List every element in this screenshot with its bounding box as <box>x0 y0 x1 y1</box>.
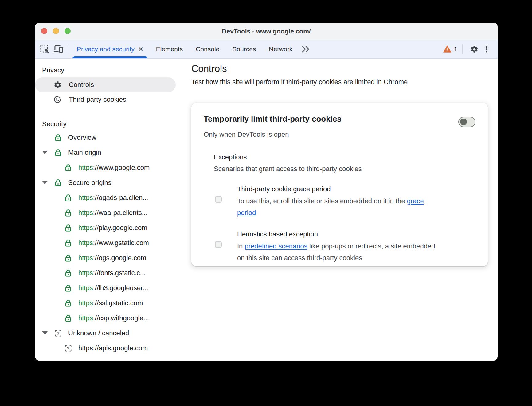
tree-item-https-lh3-googleuser[interactable]: https://lh3.googleuser... <box>35 280 179 295</box>
exception-item-heuristics-based-exception: Heuristics based exceptionIn predefined … <box>214 230 475 264</box>
expander-icon[interactable] <box>42 151 48 154</box>
tab-label: Elements <box>156 45 183 53</box>
page-title: Controls <box>191 63 498 75</box>
exceptions-title: Exceptions <box>214 153 475 162</box>
predefined-scenarios-link[interactable]: predefined scenarios <box>244 242 307 250</box>
traffic-lights <box>41 28 71 34</box>
device-toolbar-button[interactable] <box>52 42 65 56</box>
origin-text: ://ogads-pa.clien... <box>93 194 148 201</box>
exceptions-section: Exceptions Scenarios that grant access t… <box>214 153 475 264</box>
tree-item-label: https://play.google.com <box>78 224 147 232</box>
third-party-cookie-grace-period-checkbox[interactable] <box>215 196 222 203</box>
close-tab-icon[interactable]: × <box>138 46 143 52</box>
minimize-window-button[interactable] <box>53 28 59 34</box>
description-text: In <box>237 242 244 250</box>
tree-item-https-www-google-com[interactable]: https://www.google.com <box>35 160 179 175</box>
expander-icon[interactable] <box>42 331 48 335</box>
more-tabs-button[interactable] <box>299 42 312 56</box>
limit-cookies-toggle[interactable] <box>458 117 475 127</box>
tree-icon-slot <box>64 253 73 263</box>
tree-icon-slot <box>64 268 73 278</box>
lock-icon <box>64 268 73 278</box>
tree-item-label: https://ogs.google.com <box>78 254 146 262</box>
sidebar-item-controls[interactable]: Controls <box>35 77 176 92</box>
tree-item-label: https://www.google.com <box>78 164 150 172</box>
tree-item-https-play-google-com[interactable]: https://play.google.com <box>35 220 179 235</box>
limit-cookies-card: Temporarily limit third-party cookies On… <box>191 103 488 266</box>
origin-text: Unknown / canceled <box>68 329 129 337</box>
warning-icon: ! <box>443 45 451 53</box>
origin-text: Overview <box>68 134 96 141</box>
section-title-privacy: Privacy <box>35 66 179 75</box>
exception-item-third-party-cookie-grace-period: Third-party cookie grace periodTo use th… <box>214 185 475 219</box>
tree-item-unknown-canceled[interactable]: ?Unknown / canceled <box>35 326 179 341</box>
tree-item-overview[interactable]: Overview <box>35 130 179 145</box>
tree-item-https-ogads-pa-clien[interactable]: https://ogads-pa.clien... <box>35 190 179 205</box>
svg-text:!: ! <box>447 47 448 52</box>
nav-icon-slot <box>53 80 62 89</box>
devtools-window: DevTools - www.google.com/ Privacy and s… <box>35 23 498 361</box>
tab-label: Console <box>196 45 219 53</box>
origin-text: ://www.gstatic.com <box>93 239 149 247</box>
tree-item-https-waa-pa-clients[interactable]: https://waa-pa.clients... <box>35 205 179 220</box>
settings-button[interactable] <box>467 42 481 56</box>
tree-item-secure-origins[interactable]: Secure origins <box>35 175 179 190</box>
tree-item-https-csp-withgoogle[interactable]: https://csp.withgoogle... <box>35 310 179 326</box>
lock-icon <box>53 178 63 187</box>
gear-icon <box>470 45 479 53</box>
expander-icon[interactable] <box>42 181 48 184</box>
tab-sources[interactable]: Sources <box>226 40 262 58</box>
tree-item-main-origin[interactable]: Main origin <box>35 145 179 160</box>
kebab-icon <box>482 45 491 53</box>
tree-item-https-ogs-google-com[interactable]: https://ogs.google.com <box>35 250 179 265</box>
expander-slot <box>42 331 53 335</box>
tree-item-https-fonts-gstatic-c[interactable]: https://fonts.gstatic.c... <box>35 265 179 280</box>
exceptions-subtitle: Scenarios that grant access to third-par… <box>214 164 475 174</box>
lock-icon <box>53 148 63 157</box>
tab-elements[interactable]: Elements <box>150 40 190 58</box>
close-window-button[interactable] <box>41 28 47 34</box>
inspect-icon <box>40 44 50 54</box>
tree-item-https-www-gstatic-com[interactable]: https://www.gstatic.com <box>35 235 179 250</box>
scheme-text: https <box>78 269 93 277</box>
origin-text: ://waa-pa.clients... <box>93 209 147 217</box>
more-options-button[interactable] <box>481 42 492 56</box>
gear-icon <box>53 81 62 89</box>
origin-text: ://csp.withgoogle... <box>93 314 149 322</box>
zoom-window-button[interactable] <box>65 28 71 34</box>
origin-text: https://apis.google.com <box>78 344 148 352</box>
card-subtitle: Only when DevTools is open <box>204 130 475 139</box>
lock-icon <box>64 193 73 202</box>
scheme-text: https <box>78 299 93 307</box>
toolbar-divider <box>462 45 463 54</box>
tree-item-https-apis-google-com[interactable]: ?https://apis.google.com <box>35 341 179 356</box>
section-title-security: Security <box>35 120 179 128</box>
tree-icon-slot <box>64 238 73 248</box>
exception-description: In predefined scenarios like pop-ups or … <box>237 240 438 264</box>
heuristics-based-exception-checkbox[interactable] <box>215 241 222 248</box>
lock-icon <box>64 314 73 323</box>
tree-icon-slot <box>64 283 73 293</box>
tab-console[interactable]: Console <box>189 40 226 58</box>
origin-text: ://lh3.googleuser... <box>93 284 148 292</box>
tab-network[interactable]: Network <box>262 40 299 58</box>
checkbox-column <box>214 185 237 219</box>
controls-panel: Controls Test how this site will perform… <box>179 59 498 361</box>
sidebar-item-label: Controls <box>69 81 94 89</box>
chevrons-icon <box>301 45 310 53</box>
inspect-element-button[interactable] <box>38 42 52 56</box>
origin-text: Main origin <box>68 149 101 156</box>
tree-item-label: Main origin <box>68 149 101 157</box>
security-tree: OverviewMain originhttps://www.google.co… <box>35 130 179 356</box>
exception-label: Heuristics based exception <box>237 230 438 239</box>
lock-icon <box>64 208 73 217</box>
sidebar-item-third-party-cookies[interactable]: Third-party cookies <box>35 92 176 107</box>
tab-privacy-and-security[interactable]: Privacy and security× <box>70 40 150 58</box>
scheme-text: https <box>78 224 93 232</box>
exception-description: To use this, enroll this site or sites e… <box>237 195 438 219</box>
issues-badge[interactable]: ! 1 <box>443 45 457 53</box>
tree-item-label: https://fonts.gstatic.c... <box>78 269 146 277</box>
exception-label: Third-party cookie grace period <box>237 185 438 194</box>
scheme-text: https <box>78 314 93 322</box>
tree-item-https-ssl-gstatic-com[interactable]: https://ssl.gstatic.com <box>35 295 179 310</box>
